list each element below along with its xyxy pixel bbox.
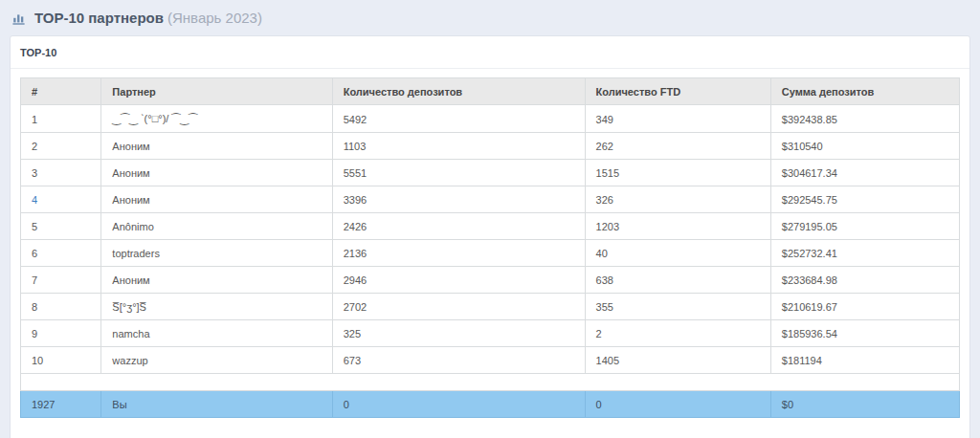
cell-deposits: 2426 <box>332 213 585 240</box>
cell-sum: $392438.85 <box>770 105 959 133</box>
rank-link[interactable]: 4 <box>21 186 101 213</box>
table-row: 10wazzup6731405$181194 <box>21 347 960 374</box>
table-row: 2Аноним1103262$310540 <box>21 133 960 160</box>
cell-partner: Аноним <box>101 267 332 294</box>
cell-rank: 10 <box>21 347 101 374</box>
table-row: 1‿⁀‿ ˋ(°□°)/ ⁀‿⁀5492349$392438.85 <box>21 105 960 133</box>
cell-partner: wazzup <box>101 347 332 374</box>
table-row: 9namcha3252$185936.54 <box>21 320 960 347</box>
cell-rank: 7 <box>21 267 101 294</box>
you-row: 1927Вы00$0 <box>21 391 960 418</box>
cell-partner: ‿⁀‿ ˋ(°□°)/ ⁀‿⁀ <box>101 105 332 133</box>
page-title: ТОР-10 партнеров(Январь 2023) <box>34 10 262 27</box>
cell-sum: $292545.75 <box>770 186 959 213</box>
cell-ftd: 1203 <box>585 213 770 240</box>
top10-card: TOP-10 #ПартнерКоличество депозитовКолич… <box>10 35 970 438</box>
cell-sum: $279195.05 <box>770 213 959 240</box>
page-title-main: ТОР-10 партнеров <box>34 10 164 26</box>
cell-ftd: 326 <box>585 186 770 213</box>
column-header-partner: Партнер <box>101 78 332 105</box>
cell-ftd: 1405 <box>585 347 770 374</box>
cell-deposits: 5492 <box>332 105 585 133</box>
cell-rank: 2 <box>21 133 101 160</box>
column-header-ftd: Количество FTD <box>585 78 770 105</box>
cell-ftd: 2 <box>585 320 770 347</box>
page-header: ТОР-10 партнеров(Январь 2023) <box>0 0 980 35</box>
table-body: 1‿⁀‿ ˋ(°□°)/ ⁀‿⁀5492349$392438.852Аноним… <box>21 105 960 418</box>
cell-deposits: 1103 <box>332 133 585 160</box>
table-row: 8S̅[°ʒ°]S̅2702355$210619.67 <box>21 294 960 320</box>
cell-partner: Аноним <box>101 133 332 160</box>
cell-rank: 8 <box>21 294 101 320</box>
column-header-rank: # <box>21 78 101 105</box>
cell-ftd: 1515 <box>585 160 770 186</box>
table-row: 3Аноним55511515$304617.34 <box>21 160 960 186</box>
cell-sum: $0 <box>770 391 959 418</box>
cell-sum: $310540 <box>770 133 959 160</box>
table-row: 5Anônimo24261203$279195.05 <box>21 213 960 240</box>
cell-deposits: 5551 <box>332 160 585 186</box>
cell-rank: 3 <box>21 160 101 186</box>
cell-ftd: 40 <box>585 240 770 267</box>
cell-ftd: 349 <box>585 105 770 133</box>
cell-sum: $252732.41 <box>770 240 959 267</box>
cell-partner: toptraders <box>101 240 332 267</box>
cell-rank: 5 <box>21 213 101 240</box>
cell-deposits: 2702 <box>332 294 585 320</box>
cell-partner: namcha <box>101 320 332 347</box>
card-title: TOP-10 <box>11 36 969 69</box>
cell-deposits: 3396 <box>332 186 585 213</box>
cell-rank: 6 <box>21 240 101 267</box>
cell-sum: $181194 <box>770 347 959 374</box>
bar-chart-icon <box>11 11 27 26</box>
cell-ftd: 262 <box>585 133 770 160</box>
cell-ftd: 638 <box>585 267 770 294</box>
cell-partner: Вы <box>101 391 332 418</box>
cell-sum: $304617.34 <box>770 160 959 186</box>
cell-rank: 1927 <box>21 391 101 418</box>
column-header-deposits: Количество депозитов <box>332 78 585 105</box>
cell-deposits: 673 <box>332 347 585 374</box>
page: ТОР-10 партнеров(Январь 2023) TOP-10 #Па… <box>0 0 980 438</box>
cell-sum: $210619.67 <box>770 294 959 320</box>
cell-partner: S̅[°ʒ°]S̅ <box>101 294 332 320</box>
top10-table: #ПартнерКоличество депозитовКоличество F… <box>20 77 960 418</box>
cell-rank: 9 <box>21 320 101 347</box>
column-header-sum: Сумма депозитов <box>770 78 959 105</box>
card-body: #ПартнерКоличество депозитовКоличество F… <box>11 69 969 427</box>
cell-rank: 1 <box>21 105 101 133</box>
cell-ftd: 355 <box>585 294 770 320</box>
cell-deposits: 325 <box>332 320 585 347</box>
table-row: 7Аноним2946638$233684.98 <box>21 267 960 294</box>
table-head-row: #ПартнерКоличество депозитовКоличество F… <box>21 78 960 105</box>
cell-deposits: 0 <box>332 391 585 418</box>
cell-partner: Аноним <box>101 186 332 213</box>
spacer-cell <box>21 374 960 391</box>
cell-deposits: 2946 <box>332 267 585 294</box>
cell-sum: $233684.98 <box>770 267 959 294</box>
cell-partner: Аноним <box>101 160 332 186</box>
table-row: 6toptraders213640$252732.41 <box>21 240 960 267</box>
cell-partner: Anônimo <box>101 213 332 240</box>
page-title-period: (Январь 2023) <box>167 10 262 26</box>
spacer-row <box>21 374 960 391</box>
cell-ftd: 0 <box>585 391 770 418</box>
cell-deposits: 2136 <box>332 240 585 267</box>
table-row: 4Аноним3396326$292545.75 <box>21 186 960 213</box>
cell-sum: $185936.54 <box>770 320 959 347</box>
